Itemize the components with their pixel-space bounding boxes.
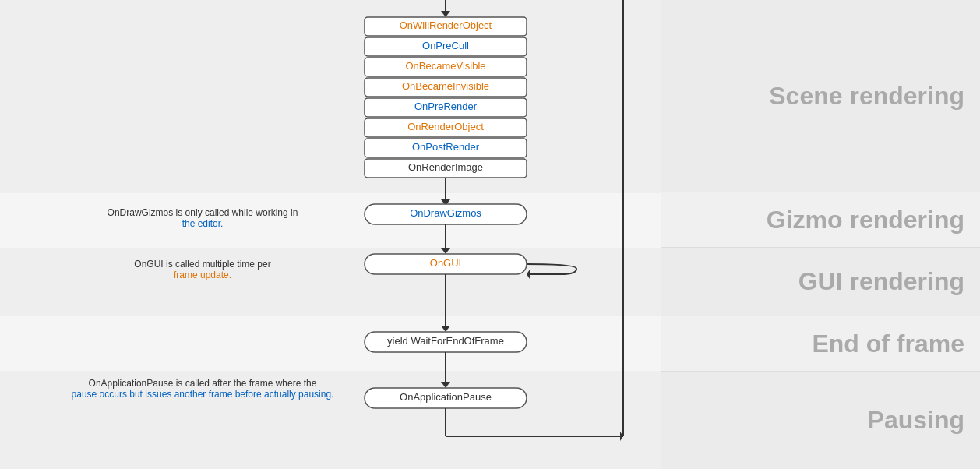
pausing-label: Pausing — [868, 406, 964, 435]
on-render-image-label: OnRenderImage — [408, 161, 483, 173]
on-became-invisible-label: OnBecameInvisible — [402, 80, 489, 92]
diagram-area: OnWillRenderObject OnPreCull OnBecameVis… — [0, 0, 661, 469]
scene-rendering-section: Scene rendering — [661, 0, 980, 192]
on-pre-render-label: OnPreRender — [414, 100, 478, 112]
on-post-render-label: OnPostRender — [412, 141, 480, 153]
gizmo-annotation-2: the editor. — [182, 218, 224, 229]
main-container: OnWillRenderObject OnPreCull OnBecameVis… — [0, 0, 980, 469]
pause-annotation-2: pause occurs but issues another frame be… — [72, 389, 334, 400]
on-application-pause-label: OnApplicationPause — [400, 391, 492, 403]
gui-annotation: OnGUI is called multiple time per — [134, 259, 270, 270]
on-will-render-object-label: OnWillRenderObject — [400, 19, 492, 31]
pause-annotation-1: OnApplicationPause is called after the f… — [89, 378, 317, 389]
labels-area: Scene rendering Gizmo rendering GUI rend… — [661, 0, 980, 469]
on-render-object-label: OnRenderObject — [407, 121, 484, 132]
eof-section: End of frame — [661, 316, 980, 372]
on-gui-label: OnGUI — [430, 257, 461, 269]
gui-rendering-section: GUI rendering — [661, 248, 980, 316]
gui-annotation-2: frame update. — [174, 270, 231, 280]
yield-wait-label: yield WaitForEndOfFrame — [387, 335, 504, 347]
eof-bg — [0, 316, 661, 371]
diagram-svg: OnWillRenderObject OnPreCull OnBecameVis… — [0, 0, 661, 469]
on-draw-gizmos-label: OnDrawGizmos — [410, 207, 481, 219]
pausing-section: Pausing — [661, 372, 980, 469]
scene-rendering-label: Scene rendering — [769, 82, 964, 111]
eof-label: End of frame — [812, 330, 964, 358]
scene-bg — [0, 0, 661, 193]
gizmo-rendering-section: Gizmo rendering — [661, 192, 980, 248]
on-became-visible-label: OnBecameVisible — [405, 60, 485, 72]
gizmo-bg — [0, 193, 661, 248]
gui-bg — [0, 248, 661, 316]
on-pre-cull-label: OnPreCull — [422, 40, 469, 51]
gizmo-annotation: OnDrawGizmos is only called while workin… — [108, 207, 298, 218]
gizmo-rendering-label: Gizmo rendering — [767, 206, 964, 235]
gui-rendering-label: GUI rendering — [798, 267, 964, 296]
